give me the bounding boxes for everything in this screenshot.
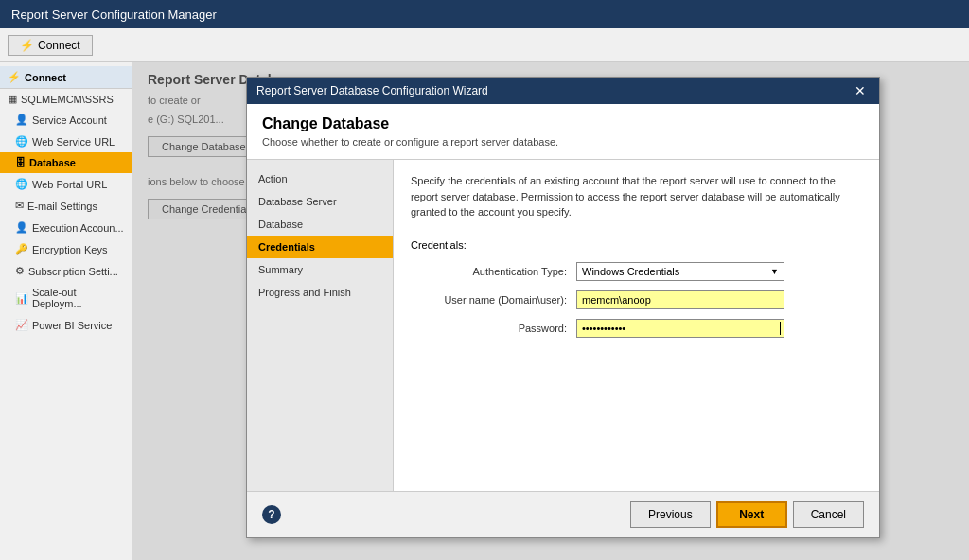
power-bi-icon: 📈 xyxy=(15,319,28,331)
password-row: Password: xyxy=(411,319,862,338)
sidebar-item-execution-account[interactable]: 👤 Execution Accoun... xyxy=(0,217,132,238)
connect-header-label: Connect xyxy=(25,72,66,83)
dialog-nav-progress-finish[interactable]: Progress and Finish xyxy=(247,281,393,304)
dialog-nav-summary[interactable]: Summary xyxy=(247,258,393,281)
toolbar: ⚡ Connect xyxy=(0,28,969,62)
dialog-close-button[interactable]: ✕ xyxy=(851,83,870,98)
dialog-content: Specify the credentials of an existing a… xyxy=(394,160,879,491)
sidebar-item-scale-out-deployment[interactable]: 📊 Scale-out Deploym... xyxy=(0,282,132,314)
dialog-title: Report Server Database Configuration Wiz… xyxy=(256,84,488,97)
service-account-icon: 👤 xyxy=(15,114,28,126)
sidebar-label-subscription: Subscription Setti... xyxy=(28,266,118,277)
connect-icon: ⚡ xyxy=(20,39,34,52)
dialog-subtitle: Choose whether to create or configure a … xyxy=(262,136,864,148)
dialog-nav: Action Database Server Database Credenti… xyxy=(247,160,394,491)
execution-icon: 👤 xyxy=(15,221,28,234)
username-input[interactable] xyxy=(576,290,784,309)
auth-type-select[interactable]: Windows CredentialsSQL Server Credential… xyxy=(576,262,784,281)
connect-label: Connect xyxy=(38,39,80,52)
auth-type-label: Authentication Type: xyxy=(411,266,576,277)
sidebar-label-web-service: Web Service URL xyxy=(32,136,115,148)
dialog-nav-database[interactable]: Database xyxy=(247,213,393,236)
username-label: User name (Domain\user): xyxy=(411,294,576,306)
help-icon[interactable]: ? xyxy=(262,505,281,524)
password-input[interactable] xyxy=(576,319,784,338)
sidebar-item-email-settings[interactable]: ✉ E-mail Settings xyxy=(0,195,132,217)
connect-button[interactable]: ⚡ Connect xyxy=(8,35,93,56)
content-area: ⚡ Connect ▦ SQLMEMCM\SSRS 👤 Service Acco… xyxy=(0,62,969,560)
web-service-icon: 🌐 xyxy=(15,135,28,148)
sidebar-server: ▦ SQLMEMCM\SSRS xyxy=(0,89,132,109)
footer-buttons: Previous Next Cancel xyxy=(630,501,864,528)
email-icon: ✉ xyxy=(15,200,24,212)
server-label: SQLMEMCM\SSRS xyxy=(21,94,114,105)
sidebar-label-powerbi: Power BI Service xyxy=(32,320,112,331)
username-row: User name (Domain\user): xyxy=(411,290,862,309)
main-panel: Report Server Database to create or e (G… xyxy=(132,62,969,560)
web-portal-icon: 🌐 xyxy=(15,178,28,190)
sidebar-label-web-portal: Web Portal URL xyxy=(32,179,107,190)
sidebar-label-encryption: Encryption Keys xyxy=(32,244,107,255)
cancel-button[interactable]: Cancel xyxy=(793,501,864,528)
sidebar-label-database: Database xyxy=(29,157,76,168)
app-title: Report Server Configuration Manager xyxy=(11,8,217,22)
credentials-section-label: Credentials: xyxy=(411,239,862,251)
auth-type-select-wrapper: Windows CredentialsSQL Server Credential… xyxy=(576,262,784,281)
dialog-titlebar: Report Server Database Configuration Wiz… xyxy=(247,78,879,104)
dialog-nav-database-server[interactable]: Database Server xyxy=(247,190,393,213)
password-label: Password: xyxy=(411,323,576,334)
sidebar-header: ⚡ Connect xyxy=(0,66,132,89)
server-icon: ▦ xyxy=(8,93,17,105)
sidebar-label-execution: Execution Accoun... xyxy=(32,222,124,234)
sidebar-label-email: E-mail Settings xyxy=(27,201,97,212)
subscription-icon: ⚙ xyxy=(15,265,25,277)
dialog: Report Server Database Configuration Wiz… xyxy=(246,77,880,538)
scale-out-icon: 📊 xyxy=(15,292,28,305)
sidebar-item-service-account[interactable]: 👤 Service Account xyxy=(0,109,132,131)
sidebar-item-database[interactable]: 🗄 Database xyxy=(0,152,132,173)
sidebar: ⚡ Connect ▦ SQLMEMCM\SSRS 👤 Service Acco… xyxy=(0,62,132,560)
dialog-nav-credentials[interactable]: Credentials xyxy=(247,236,393,258)
dialog-heading: Change Database xyxy=(262,115,864,132)
dialog-body: Action Database Server Database Credenti… xyxy=(247,160,879,491)
sidebar-item-power-bi-service[interactable]: 📈 Power BI Service xyxy=(0,314,132,336)
dialog-header: Change Database Choose whether to create… xyxy=(247,104,879,160)
dialog-footer: ? Previous Next Cancel xyxy=(247,491,879,537)
sidebar-item-encryption-keys[interactable]: 🔑 Encryption Keys xyxy=(0,238,132,260)
main-window: ⚡ Connect ⚡ Connect ▦ SQLMEMCM\SSRS 👤 Se… xyxy=(0,28,969,560)
connect-icon-sidebar: ⚡ xyxy=(8,71,21,83)
password-wrapper xyxy=(576,319,784,338)
encryption-icon: 🔑 xyxy=(15,243,28,255)
title-bar: Report Server Configuration Manager xyxy=(0,0,969,28)
sidebar-item-web-service-url[interactable]: 🌐 Web Service URL xyxy=(0,131,132,152)
sidebar-item-web-portal-url[interactable]: 🌐 Web Portal URL xyxy=(0,173,132,195)
sidebar-item-subscription-settings[interactable]: ⚙ Subscription Setti... xyxy=(0,260,132,282)
dialog-description: Specify the credentials of an existing a… xyxy=(411,173,862,220)
previous-button[interactable]: Previous xyxy=(630,501,711,528)
sidebar-label-scaleout: Scale-out Deploym... xyxy=(32,287,124,309)
sidebar-label-service-account: Service Account xyxy=(32,114,107,126)
next-button[interactable]: Next xyxy=(716,501,787,528)
password-cursor xyxy=(780,322,781,335)
auth-type-row: Authentication Type: Windows Credentials… xyxy=(411,262,862,281)
dialog-nav-action[interactable]: Action xyxy=(247,167,393,190)
database-icon: 🗄 xyxy=(15,157,26,168)
